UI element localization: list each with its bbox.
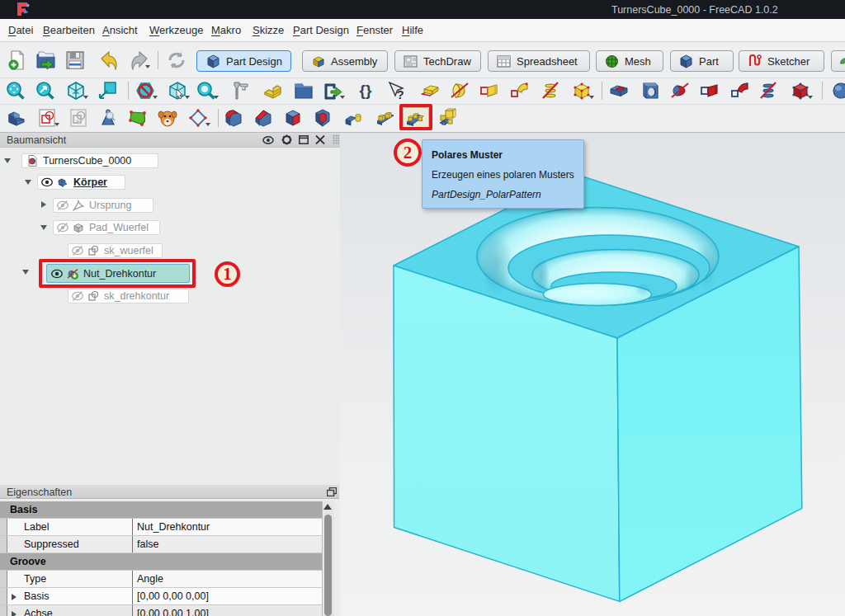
svg-text:{}: {} — [360, 82, 372, 99]
svg-text:?: ? — [396, 87, 404, 101]
